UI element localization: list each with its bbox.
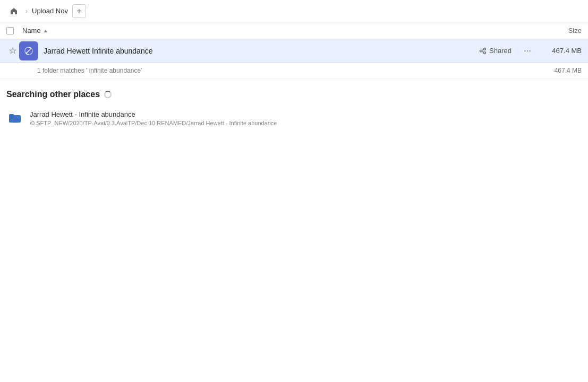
other-section-header: Searching other places [0, 79, 588, 106]
name-column-header[interactable]: Name ▲ [22, 27, 529, 34]
shared-label: Shared [489, 47, 512, 55]
size-column-header: Size [529, 27, 582, 34]
more-options-button[interactable]: ··· [520, 44, 535, 58]
select-all-checkbox[interactable] [6, 27, 14, 34]
header-checkbox-col [6, 27, 22, 34]
svg-point-1 [480, 50, 482, 52]
svg-line-3 [482, 49, 483, 50]
other-result-name: Jarrad Hewett - Infinite abundance [30, 110, 277, 118]
new-tab-button[interactable]: + [72, 4, 86, 18]
svg-line-4 [482, 51, 483, 53]
other-section-title: Searching other places [6, 90, 100, 99]
other-result-info: Jarrad Hewett - Infinite abundance /0.SF… [30, 110, 277, 126]
summary-row: 1 folder matches ' infinite abundance' 4… [0, 63, 588, 79]
home-button[interactable] [6, 4, 21, 19]
svg-point-2 [484, 51, 486, 54]
primary-result-name: Jarrad Hewett Infinite abundance [44, 47, 479, 55]
breadcrumb-separator: › [25, 7, 28, 15]
folder-icon [6, 110, 23, 127]
summary-text: 1 folder matches ' infinite abundance' [37, 67, 142, 74]
other-result-path: /0.SFTP_NEW/2020/TP-Avai/0.3.AvaiTP/Dec … [30, 120, 277, 126]
column-headers: Name ▲ Size [0, 22, 588, 39]
other-results-list: Jarrad Hewett - Infinite abundance /0.SF… [0, 106, 588, 131]
breadcrumb-current: Upload Nov [32, 7, 68, 15]
primary-result-row[interactable]: Jarrad Hewett Infinite abundance Shared … [0, 39, 588, 63]
primary-result-size: 467.4 MB [539, 47, 582, 55]
summary-size: 467.4 MB [555, 67, 582, 74]
top-bar: › Upload Nov + [0, 0, 588, 22]
loading-spinner [104, 91, 112, 98]
file-icon [19, 41, 38, 60]
star-button[interactable] [6, 47, 19, 55]
svg-point-0 [484, 48, 486, 50]
shared-badge: Shared [479, 47, 512, 55]
sort-icon: ▲ [43, 28, 48, 33]
list-item[interactable]: Jarrad Hewett - Infinite abundance /0.SF… [0, 106, 588, 131]
